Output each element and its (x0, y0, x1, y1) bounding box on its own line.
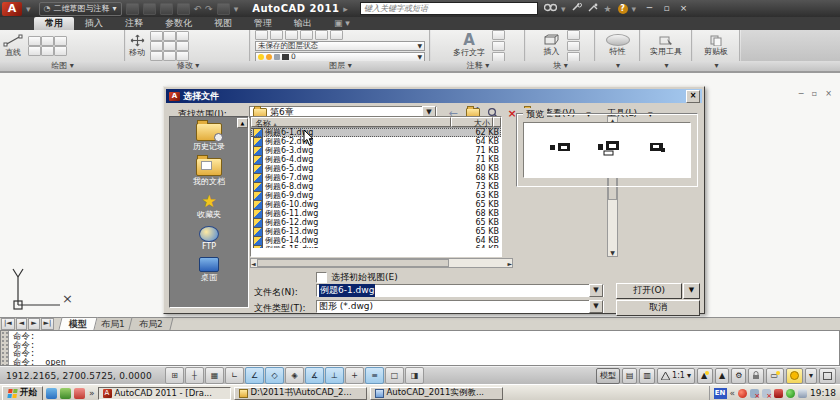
tray-security-icon[interactable] (738, 389, 747, 398)
fillet-tool-icon[interactable] (163, 41, 176, 51)
scroll-left-icon[interactable]: ◄ (251, 260, 256, 267)
layer-isolate-icon[interactable] (285, 30, 298, 40)
scroll-down-icon[interactable]: ▼ (610, 249, 615, 256)
scroll-right-icon[interactable]: ► (507, 260, 512, 267)
tray-display-icon[interactable] (798, 389, 807, 398)
layer-match-icon[interactable] (330, 30, 343, 40)
ribbon-tab-home[interactable]: 常用 (34, 17, 74, 30)
ribbon-tab-annotate[interactable]: 注释 (114, 17, 154, 30)
horizontal-scroll-thumb[interactable] (257, 259, 449, 267)
last-tab-button[interactable]: ►| (41, 318, 55, 330)
search-dropdown-icon[interactable]: ▾ (561, 4, 566, 14)
properties-button[interactable]: 特性 (603, 34, 633, 57)
ellipse-tool-icon[interactable] (41, 46, 54, 56)
dynamic-ucs-toggle[interactable]: ⊥ (325, 367, 344, 384)
quicklaunch-show-desktop-icon[interactable] (46, 388, 57, 399)
layers-panel-footer[interactable]: 图层 ▾ (251, 61, 430, 71)
command-line-window[interactable]: 命令: 命令: 命令: 命令: _open (0, 330, 840, 366)
mirror-tool-icon[interactable] (150, 41, 163, 51)
block-panel-footer[interactable]: 块 ▾ (526, 61, 595, 71)
stretch-tool-icon[interactable] (176, 51, 189, 61)
create-block-tool-icon[interactable] (567, 30, 580, 40)
column-header-partial[interactable] (493, 117, 501, 127)
utilities-panel-footer[interactable]: ▾ (641, 61, 692, 71)
move-tool-button[interactable]: 移动 (126, 34, 148, 58)
places-scroll-up-button[interactable]: ▲ (237, 118, 248, 128)
file-list-horizontal-scrollbar[interactable]: ◄ ► (250, 258, 513, 268)
doc-minimize-button[interactable]: ─ (799, 89, 804, 98)
app-close-button[interactable]: × (676, 3, 691, 15)
clean-screen-button[interactable] (819, 368, 836, 384)
circle-tool-icon[interactable] (41, 36, 54, 46)
start-button[interactable]: 开始 (2, 386, 43, 400)
app-minimize-button[interactable]: ─ (642, 3, 657, 15)
polar-tracking-toggle[interactable]: ∠ (245, 367, 264, 384)
taskbar-task-explorer[interactable]: D:\2011书\AutoCAD_2... (234, 387, 367, 400)
layer-properties-icon[interactable] (255, 30, 268, 40)
quicklaunch-media-icon[interactable] (60, 388, 71, 399)
modify-panel-footer[interactable]: 修改 ▾ (126, 61, 250, 71)
application-menu-button[interactable]: A (2, 2, 22, 16)
clipboard-panel-footer[interactable]: ▾ (693, 61, 740, 71)
toolbar-lock-icon[interactable] (748, 368, 764, 384)
tray-network-icon[interactable]: × (750, 389, 759, 398)
workspace-switcher[interactable]: ◔ 二维草图与注释 ▾ (39, 2, 122, 16)
filetype-combobox[interactable]: 图形 (*.dwg) ▼ (316, 300, 604, 313)
ortho-toggle[interactable]: ∟ (225, 367, 244, 384)
open-file-icon[interactable] (143, 3, 156, 15)
ribbon-tab-view[interactable]: 视图 (203, 17, 243, 30)
3d-object-snap-toggle[interactable]: ◈ (285, 367, 304, 384)
object-snap-tracking-toggle[interactable]: ∡ (305, 367, 324, 384)
table-tool-icon[interactable] (492, 52, 505, 62)
annotation-panel-footer[interactable]: 注释 ▾ (431, 61, 525, 71)
arc-tool-icon[interactable] (54, 36, 67, 46)
filename-combobox[interactable]: 例题6-1.dwg ▼ (316, 284, 604, 297)
rectangle-tool-icon[interactable] (28, 46, 41, 56)
app-menu-dropdown-icon[interactable]: ▾ (26, 4, 31, 14)
ribbon-tab-output[interactable]: 输出 (283, 17, 323, 30)
app-restore-button[interactable]: ▫ (659, 3, 674, 15)
grid-toggle[interactable]: ▦ (205, 367, 224, 384)
utilities-button[interactable]: 实用工具 (647, 35, 685, 57)
filename-dropdown-icon[interactable]: ▼ (589, 284, 603, 297)
file-row[interactable]: 例题6-15.dwg64 KB (251, 245, 501, 248)
model-space-button[interactable]: 模型 (596, 368, 620, 384)
edit-block-tool-icon[interactable] (567, 41, 580, 51)
layer-state-dropdown[interactable]: 未保存的图层状态 ▼ (255, 41, 425, 51)
quicklaunch-overflow-icon[interactable]: » (89, 388, 95, 398)
doc-close-button[interactable]: × (825, 89, 832, 98)
prev-tab-button[interactable]: ◄ (16, 318, 27, 330)
polyline-tool-icon[interactable] (28, 36, 41, 46)
lightbulb-icon[interactable] (786, 368, 803, 384)
line-tool-button[interactable]: 直线 (0, 34, 26, 58)
properties-panel-footer[interactable]: ▾ (596, 61, 640, 71)
clipboard-button[interactable]: 剪贴板 (701, 35, 731, 57)
ribbon-minimize-icon[interactable]: ▣ ▾ (323, 17, 361, 30)
undo-icon[interactable]: ↶ (194, 4, 202, 14)
leader-tool-icon[interactable] (492, 41, 505, 51)
dialog-close-button[interactable]: × (686, 90, 700, 103)
ribbon-tab-manage[interactable]: 管理 (243, 17, 283, 30)
copy-tool-icon[interactable] (150, 31, 163, 41)
layer-select-dropdown[interactable]: 0 ▼ (255, 52, 425, 62)
select-initial-view-checkbox[interactable] (316, 272, 327, 283)
taskbar-task-autocad[interactable]: A AutoCAD 2011 - [Dra... (98, 387, 231, 400)
lineweight-toggle[interactable]: ≡ (365, 367, 384, 384)
language-indicator[interactable]: EN (714, 388, 727, 399)
tray-updater-icon[interactable] (786, 389, 795, 398)
redo-icon[interactable]: ↷ (205, 4, 213, 14)
autoscale-icon[interactable]: ▲ (715, 368, 729, 384)
plot-icon[interactable] (177, 3, 190, 15)
place-favorites[interactable]: ★ 收藏夹 (197, 193, 221, 220)
rotate-tool-icon[interactable] (163, 31, 176, 41)
hatch-tool-icon[interactable] (54, 46, 67, 56)
search-binoculars-icon[interactable] (544, 3, 557, 14)
filetype-dropdown-icon[interactable]: ▼ (589, 300, 603, 313)
subscription-wrench-icon[interactable] (571, 3, 582, 14)
taskbar-task-document[interactable]: AutoCAD_2011实例教... (370, 387, 503, 400)
place-history[interactable]: 历史记录 (193, 123, 225, 152)
ribbon-tab-parametric[interactable]: 参数化 (154, 17, 203, 30)
workspace-switching-gear-icon[interactable]: ⚙ (731, 368, 746, 384)
tray-audio-icon[interactable]: × (762, 389, 771, 398)
array-tool-icon[interactable] (176, 41, 189, 51)
